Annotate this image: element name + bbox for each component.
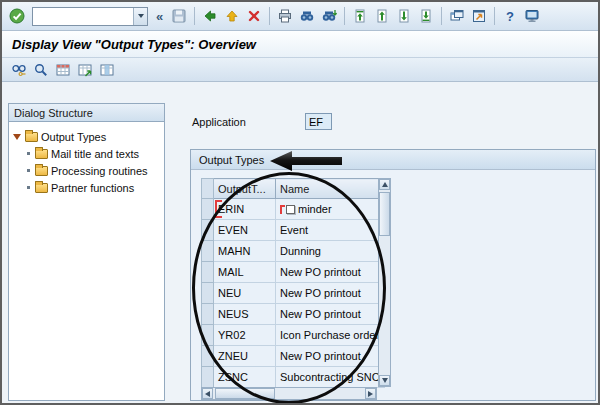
table-row: ZSNCSubcontracting SNC xyxy=(202,367,385,388)
print-icon[interactable] xyxy=(275,6,295,26)
scroll-right-icon[interactable] xyxy=(365,388,376,399)
row-selector[interactable] xyxy=(202,304,214,325)
cell-output-type[interactable]: NEUS xyxy=(214,304,276,325)
row-selector[interactable] xyxy=(202,241,214,262)
grid-red-icon[interactable] xyxy=(53,60,73,80)
row-selector[interactable] xyxy=(202,325,214,346)
tree-item-label: Partner functions xyxy=(51,182,134,194)
tree-item-processing-routines[interactable]: Processing routines xyxy=(11,162,162,179)
separator xyxy=(269,7,270,25)
dialog-structure-header: Dialog Structure xyxy=(8,103,165,122)
shortcut-icon[interactable] xyxy=(469,6,489,26)
tree-item-mail-title-and-texts[interactable]: Mail title and texts xyxy=(11,145,162,162)
sap-window: « ? Display View "Output Types": Overvie… xyxy=(0,0,600,405)
cell-output-type[interactable]: MAHN xyxy=(214,241,276,262)
cell-output-type[interactable]: ZNEU xyxy=(214,346,276,367)
application-field[interactable]: EF xyxy=(305,113,332,130)
command-field[interactable] xyxy=(32,7,148,26)
standard-toolbar: « ? xyxy=(2,2,598,31)
row-selector[interactable] xyxy=(202,367,214,388)
cell-output-type[interactable]: MAIL xyxy=(214,262,276,283)
output-types-table: OutputT...Name ERINminderEVENEventMAHNDu… xyxy=(201,178,385,388)
column-header-output-type[interactable]: OutputT... xyxy=(214,179,276,199)
cancel-icon[interactable] xyxy=(244,6,264,26)
scrollbar-thumb[interactable] xyxy=(215,388,275,399)
scroll-left-icon[interactable] xyxy=(202,388,213,399)
separator xyxy=(441,7,442,25)
row-selector[interactable] xyxy=(202,199,214,220)
scrollbar-track[interactable] xyxy=(213,388,365,399)
enter-button[interactable] xyxy=(7,6,27,26)
tree-item-label: Mail title and texts xyxy=(51,148,139,160)
grid-arrow-icon[interactable] xyxy=(75,60,95,80)
cell-name[interactable]: minder xyxy=(276,199,385,220)
grid-col-icon[interactable] xyxy=(97,60,117,80)
output-types-caption: Output Types xyxy=(191,150,595,170)
glasses-icon[interactable] xyxy=(9,60,29,80)
cell-output-type[interactable]: ERIN xyxy=(214,199,276,220)
svg-text:?: ? xyxy=(506,9,514,24)
magnifier-icon[interactable] xyxy=(31,60,51,80)
title-bar: Display View "Output Types": Overview xyxy=(2,31,598,58)
save-icon[interactable] xyxy=(169,6,189,26)
table-row: NEUSNew PO printout xyxy=(202,304,385,325)
table-row: EVENEvent xyxy=(202,220,385,241)
cell-name[interactable]: New PO printout xyxy=(276,346,385,367)
selector-column-header xyxy=(202,179,214,199)
chevron-down-icon[interactable] xyxy=(133,8,147,25)
tree-item-partner-functions[interactable]: Partner functions xyxy=(11,179,162,196)
table-row: YR02Icon Purchase order xyxy=(202,325,385,346)
collapse-toolbar-icon[interactable]: « xyxy=(153,9,166,24)
bullet-icon xyxy=(27,152,30,155)
cell-output-type[interactable]: YR02 xyxy=(214,325,276,346)
horizontal-scrollbar[interactable] xyxy=(201,387,377,400)
red-mark-annotation xyxy=(280,205,285,214)
expand-triangle-icon[interactable] xyxy=(13,134,21,140)
scrollbar-track[interactable] xyxy=(379,190,390,375)
bullet-icon xyxy=(27,186,30,189)
cell-name[interactable]: Dunning xyxy=(276,241,385,262)
column-header-name[interactable]: Name xyxy=(276,179,385,199)
cell-name[interactable]: New PO printout xyxy=(276,262,385,283)
tree-item-output-types[interactable]: Output Types xyxy=(11,128,162,145)
separator xyxy=(344,7,345,25)
folder-icon xyxy=(35,149,48,159)
page-title: Display View "Output Types": Overview xyxy=(12,37,256,52)
cell-output-type[interactable]: EVEN xyxy=(214,220,276,241)
application-toolbar xyxy=(2,58,598,82)
row-selector[interactable] xyxy=(202,220,214,241)
cell-name[interactable]: New PO printout xyxy=(276,283,385,304)
dialog-structure-title: Dialog Structure xyxy=(14,107,93,119)
cell-name[interactable]: Icon Purchase order xyxy=(276,325,385,346)
cell-output-type[interactable]: ZSNC xyxy=(214,367,276,388)
find-icon[interactable] xyxy=(297,6,317,26)
row-selector[interactable] xyxy=(202,283,214,304)
find-next-icon[interactable] xyxy=(319,6,339,26)
row-selector[interactable] xyxy=(202,346,214,367)
application-label: Application xyxy=(192,116,246,128)
separator xyxy=(494,7,495,25)
tree-item-label: Processing routines xyxy=(51,165,148,177)
scrollbar-thumb[interactable] xyxy=(379,192,390,236)
vertical-scrollbar[interactable] xyxy=(378,178,391,387)
cell-name[interactable]: New PO printout xyxy=(276,304,385,325)
cell-name[interactable]: Event xyxy=(276,220,385,241)
exit-icon[interactable] xyxy=(222,6,242,26)
table-row: MAHNDunning xyxy=(202,241,385,262)
scroll-up-icon[interactable] xyxy=(379,179,390,190)
new-session-icon[interactable] xyxy=(447,6,467,26)
first-page-icon[interactable] xyxy=(350,6,370,26)
cell-name[interactable]: Subcontracting SNC xyxy=(276,367,385,388)
help-icon[interactable]: ? xyxy=(500,6,520,26)
last-page-icon[interactable] xyxy=(416,6,436,26)
cell-output-type[interactable]: NEU xyxy=(214,283,276,304)
row-selector[interactable] xyxy=(202,262,214,283)
cell-name-text: minder xyxy=(298,203,332,215)
page-up-icon[interactable] xyxy=(372,6,392,26)
folder-icon xyxy=(35,183,48,193)
page-down-icon[interactable] xyxy=(394,6,414,26)
scroll-down-icon[interactable] xyxy=(379,375,390,386)
customize-icon[interactable] xyxy=(522,6,542,26)
back-icon[interactable] xyxy=(200,6,220,26)
command-input[interactable] xyxy=(33,8,133,25)
